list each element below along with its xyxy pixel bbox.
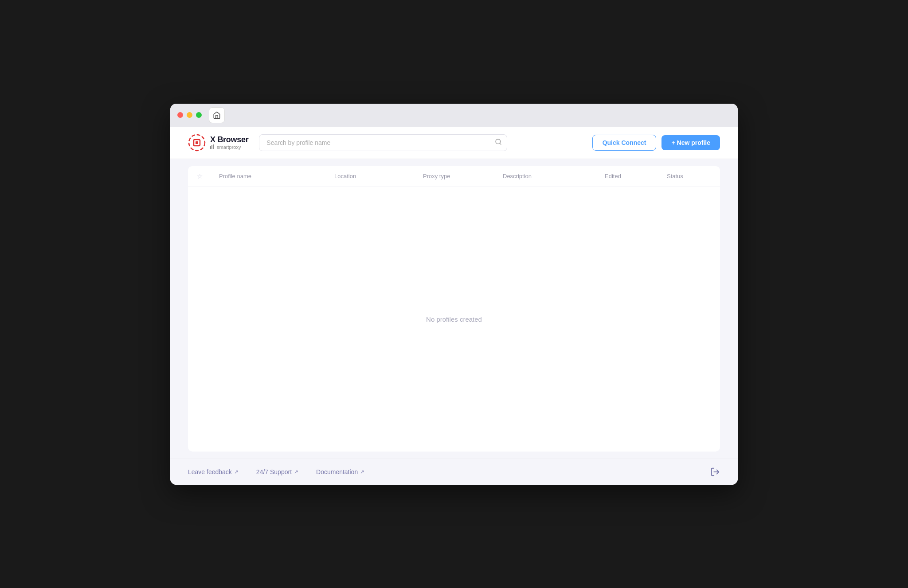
col-header-proxy-type: — Proxy type	[414, 173, 503, 180]
leave-feedback-link[interactable]: Leave feedback ↗	[188, 468, 239, 475]
quick-connect-button[interactable]: Quick Connect	[592, 135, 657, 151]
home-button[interactable]	[209, 107, 225, 123]
external-link-icon: ↗	[360, 469, 364, 475]
support-link[interactable]: 24/7 Support ↗	[256, 468, 298, 475]
col-header-location: — Location	[325, 173, 414, 180]
search-button[interactable]	[495, 138, 502, 147]
documentation-link[interactable]: Documentation ↗	[316, 468, 364, 475]
col-star: ☆	[197, 172, 210, 180]
col-header-status: Status	[667, 173, 711, 179]
svg-rect-2	[196, 141, 198, 144]
svg-rect-4	[211, 145, 212, 149]
star-icon: ☆	[197, 172, 203, 180]
svg-rect-5	[213, 144, 214, 149]
search-input[interactable]	[259, 134, 507, 151]
app-window: X Browser smartproxy	[170, 104, 738, 485]
empty-state: No profiles created	[188, 187, 720, 452]
app-subtitle: smartproxy	[210, 144, 248, 150]
new-profile-button[interactable]: + New profile	[661, 135, 720, 150]
col-header-description: Description	[503, 173, 596, 179]
external-link-icon: ↗	[294, 469, 298, 475]
svg-rect-3	[210, 146, 211, 149]
main-content: ☆ — Profile name — Location — Proxy type…	[188, 166, 720, 452]
header-actions: Quick Connect + New profile	[592, 135, 720, 151]
logo-icon	[188, 134, 206, 152]
close-button[interactable]	[177, 112, 183, 118]
col-header-profile-name: — Profile name	[210, 173, 325, 180]
col-header-edited: — Edited	[596, 173, 667, 180]
table-header: ☆ — Profile name — Location — Proxy type…	[188, 166, 720, 187]
traffic-lights	[177, 112, 202, 118]
app-content: X Browser smartproxy	[170, 127, 738, 485]
maximize-button[interactable]	[196, 112, 202, 118]
svg-line-7	[500, 143, 501, 144]
titlebar	[170, 104, 738, 127]
logout-button[interactable]	[710, 467, 720, 477]
app-title: X Browser	[210, 135, 248, 144]
search-bar	[259, 134, 507, 151]
logo-area: X Browser smartproxy	[188, 134, 248, 152]
logo-text: X Browser smartproxy	[210, 135, 248, 150]
footer: Leave feedback ↗ 24/7 Support ↗ Document…	[170, 459, 738, 485]
minimize-button[interactable]	[187, 112, 192, 118]
app-header: X Browser smartproxy	[170, 127, 738, 159]
external-link-icon: ↗	[234, 469, 239, 475]
